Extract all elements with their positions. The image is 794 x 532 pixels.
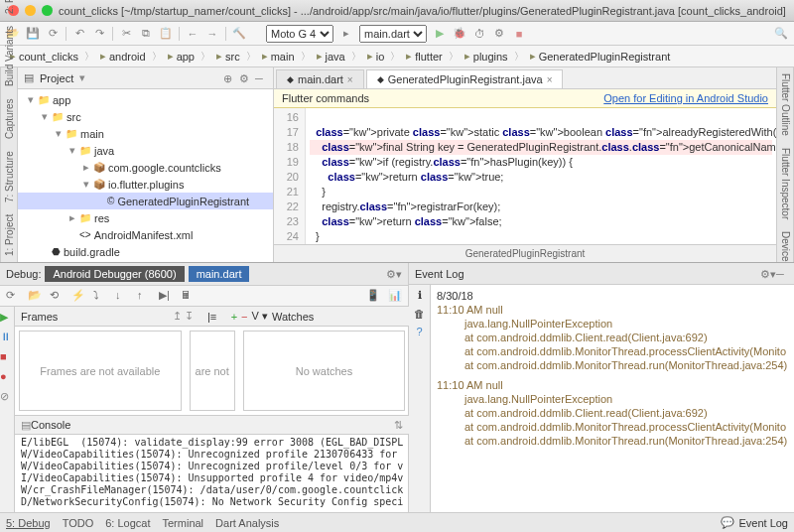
flutter-nav-icon[interactable]: 📱 bbox=[366, 289, 380, 303]
profile-icon[interactable]: ⏱ bbox=[472, 27, 486, 41]
maximize-icon[interactable] bbox=[42, 5, 53, 16]
tab-main-dart[interactable]: main.dart bbox=[189, 266, 250, 282]
close-icon[interactable]: × bbox=[547, 74, 553, 85]
info-icon[interactable]: ℹ bbox=[418, 289, 422, 302]
tab-GeneratedPluginRegistrant.java[interactable]: ◆GeneratedPluginRegistrant.java× bbox=[366, 69, 564, 88]
tree-res[interactable]: ▸📁res bbox=[18, 209, 273, 226]
gear-icon[interactable]: ⚙ bbox=[239, 72, 251, 84]
undo-icon[interactable]: ↶ bbox=[72, 27, 86, 41]
project-panel-title[interactable]: Project bbox=[40, 72, 73, 84]
hide-icon[interactable]: ─ bbox=[776, 268, 788, 280]
rail-2: Favorites[interactable]: 2: Favorites bbox=[4, 0, 15, 15]
open-icon[interactable]: 📂 bbox=[28, 289, 42, 303]
pause-icon[interactable]: ⏸ bbox=[0, 331, 14, 344]
paste-icon[interactable]: 📋 bbox=[159, 27, 173, 41]
reload-icon[interactable]: ⟲ bbox=[50, 289, 64, 303]
event-log-text[interactable]: 8/30/1811:10 AM nulljava.lang.NullPointe… bbox=[431, 285, 794, 512]
code-area[interactable]: 16171819202122232425 class="kw">private … bbox=[274, 108, 776, 244]
stop-icon[interactable]: ■ bbox=[512, 27, 526, 41]
evaluate-icon[interactable]: 🖩 bbox=[181, 289, 195, 303]
rail-Captures[interactable]: Captures bbox=[4, 98, 15, 139]
device-select[interactable]: Moto G 4 bbox=[266, 25, 333, 43]
cut-icon[interactable]: ✂ bbox=[119, 27, 133, 41]
attach-icon[interactable]: ⚙ bbox=[492, 27, 506, 41]
crumb-src[interactable]: ▸src bbox=[212, 49, 244, 64]
build-icon[interactable]: 🔨 bbox=[232, 27, 246, 41]
hide-icon[interactable]: ─ bbox=[255, 72, 267, 84]
tab-main.dart[interactable]: ◆main.dart× bbox=[276, 69, 364, 88]
crumb-main[interactable]: ▸main bbox=[258, 49, 299, 64]
tree-java[interactable]: ▾📁java bbox=[18, 142, 273, 159]
crumb-java[interactable]: ▸java bbox=[313, 49, 349, 64]
crumb-io[interactable]: ▸io bbox=[363, 49, 389, 64]
tab-android-debugger[interactable]: Android Debugger (8600) bbox=[45, 266, 184, 282]
tab-Dart Analysis[interactable]: Dart Analysis bbox=[215, 517, 279, 529]
project-tree[interactable]: ▾📁app▾📁src▾📁main▾📁java▸📦com.google.count… bbox=[18, 89, 273, 262]
tab-5: Debug[interactable]: 5: Debug bbox=[6, 517, 51, 529]
tree-io.flutter.plugins[interactable]: ▾📦io.flutter.plugins bbox=[18, 176, 273, 193]
editor: ◆main.dart×◆GeneratedPluginRegistrant.ja… bbox=[274, 67, 776, 262]
frames-pane[interactable]: Frames are not available bbox=[19, 331, 182, 411]
tree-main[interactable]: ▾📁main bbox=[18, 125, 273, 142]
rail-Flutter Outline[interactable]: Flutter Outline bbox=[780, 73, 791, 136]
resume-icon[interactable]: ⟳ bbox=[6, 289, 20, 303]
back-icon[interactable]: ← bbox=[186, 27, 199, 41]
help-icon[interactable]: ? bbox=[416, 326, 422, 337]
resume-icon[interactable]: ▶ bbox=[0, 311, 14, 325]
debug-side-buttons: ▶ ⏸ ■ ● ⊘ bbox=[0, 307, 15, 512]
rail-1: Project[interactable]: 1: Project bbox=[4, 214, 15, 256]
crumb-GeneratedPluginRegistrant[interactable]: ▸GeneratedPluginRegistrant bbox=[526, 49, 675, 64]
search-icon[interactable]: 🔍 bbox=[774, 27, 788, 41]
collapse-icon[interactable]: ⊕ bbox=[223, 72, 235, 84]
open-android-studio-link[interactable]: Open for Editing in Android Studio bbox=[603, 92, 768, 104]
breadcrumb-strip: GeneratedPluginRegistrant bbox=[274, 244, 776, 262]
console-output[interactable]: E/libEGL (15074): validate_display:99 er… bbox=[15, 435, 409, 512]
tree-src[interactable]: ▾📁src bbox=[18, 108, 273, 125]
crumb-flutter[interactable]: ▸flutter bbox=[402, 49, 447, 64]
step-over-icon[interactable]: ⤵ bbox=[93, 289, 107, 303]
tree-app[interactable]: ▾📁app bbox=[18, 91, 273, 108]
run-icon[interactable]: ▶ bbox=[433, 27, 447, 41]
watches-pane[interactable]: No watches bbox=[243, 331, 406, 411]
debug-icon[interactable]: 🐞 bbox=[453, 27, 466, 41]
tab-TODO[interactable]: TODO bbox=[63, 517, 94, 529]
crumb-count_clicks[interactable]: ▸count_clicks bbox=[6, 49, 82, 64]
tree-build.gradle[interactable]: ⬣build.gradle bbox=[18, 243, 273, 260]
tab-Terminal[interactable]: Terminal bbox=[163, 517, 204, 529]
redo-icon[interactable]: ↷ bbox=[92, 27, 106, 41]
save-icon[interactable]: 💾 bbox=[26, 27, 40, 41]
code-text[interactable]: class="kw">private class="kw">static cla… bbox=[306, 108, 776, 244]
forward-icon[interactable]: → bbox=[205, 27, 219, 41]
crumb-plugins[interactable]: ▸plugins bbox=[461, 49, 512, 64]
debug-tab-bar: Debug: Android Debugger (8600) main.dart… bbox=[0, 263, 408, 285]
debug-label: Debug: bbox=[6, 268, 41, 280]
copy-icon[interactable]: ⧉ bbox=[139, 27, 153, 41]
mute-breakpoints-icon[interactable]: ⊘ bbox=[0, 390, 14, 404]
tab-6: Logcat[interactable]: 6: Logcat bbox=[105, 517, 150, 529]
gear-icon[interactable]: ⚙▾ bbox=[760, 268, 772, 280]
trash-icon[interactable]: 🗑 bbox=[414, 308, 425, 320]
step-into-icon[interactable]: ↓ bbox=[115, 289, 129, 303]
crumb-app[interactable]: ▸app bbox=[164, 49, 198, 64]
tree-com.google.countclicks[interactable]: ▸📦com.google.countclicks bbox=[18, 159, 273, 176]
run-to-cursor-icon[interactable]: ▶| bbox=[159, 289, 173, 303]
bolt-icon[interactable]: ⚡ bbox=[71, 289, 85, 303]
project-panel: ▤ Project ▾ ⊕ ⚙ ─ ▾📁app▾📁src▾📁main▾📁java… bbox=[18, 67, 274, 262]
step-out-icon[interactable]: ↑ bbox=[137, 289, 151, 303]
timeline-icon[interactable]: 📊 bbox=[388, 289, 402, 303]
crumb-android[interactable]: ▸android bbox=[96, 49, 150, 64]
tree-gradle[interactable]: ▸📁gradle bbox=[18, 260, 273, 262]
view-breakpoints-icon[interactable]: ● bbox=[0, 370, 14, 384]
minimize-icon[interactable] bbox=[25, 5, 36, 16]
event-log-tab[interactable]: 💬 Event Log bbox=[721, 516, 788, 529]
tree-GeneratedPluginRegistrant[interactable]: ©GeneratedPluginRegistrant bbox=[18, 193, 273, 209]
stop-icon[interactable]: ■ bbox=[0, 350, 14, 364]
rail-Flutter Inspector[interactable]: Flutter Inspector bbox=[780, 148, 791, 219]
rail-Build Variants[interactable]: Build Variants bbox=[4, 27, 15, 87]
gear-icon[interactable]: ⚙▾ bbox=[386, 268, 402, 281]
refresh-icon[interactable]: ⟳ bbox=[46, 27, 60, 41]
close-icon[interactable]: × bbox=[347, 74, 353, 85]
tree-AndroidManifest.xml[interactable]: <>AndroidManifest.xml bbox=[18, 226, 273, 243]
run-config-select[interactable]: main.dart bbox=[359, 25, 427, 43]
rail-7: Structure[interactable]: 7: Structure bbox=[4, 151, 15, 202]
